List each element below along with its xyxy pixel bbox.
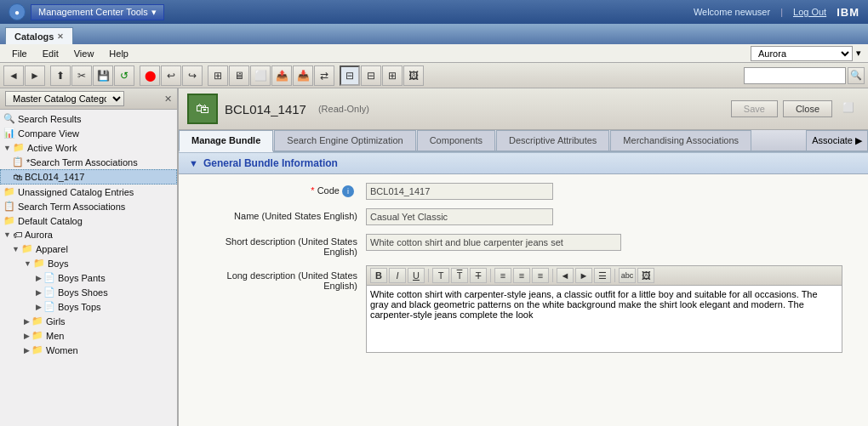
rte-toolbar: B I U T T T ≡ ≡ ≡ ◄	[366, 265, 842, 285]
rte-image-button[interactable]: 🖼	[637, 268, 654, 283]
search-term-assoc-icon: 📋	[3, 201, 15, 212]
tree-item-search-term-assoc[interactable]: 📋 Search Term Associations	[0, 199, 177, 213]
tree-item-search-term-assoc-active[interactable]: 📋 *Search Term Associations	[0, 155, 177, 169]
form-row-name: Name (United States English)	[196, 208, 851, 225]
tab-seo[interactable]: Search Engine Optimization	[274, 130, 415, 151]
app-logo: ●	[9, 3, 26, 20]
rte-italic-button[interactable]: I	[389, 268, 406, 283]
tree-item-active-work[interactable]: ▼ 📁 Active Work	[0, 140, 177, 155]
back-button[interactable]: ◄	[3, 65, 24, 86]
tab-overflow-button[interactable]: Associate ▶	[806, 130, 868, 151]
logout-link[interactable]: Log Out	[793, 7, 826, 17]
stop-button[interactable]: ⬤	[140, 65, 160, 86]
women-label: Women	[46, 345, 78, 355]
rte-sep2	[490, 269, 491, 282]
tree-item-boys-shoes[interactable]: ▶ 📄 Boys Shoes	[0, 285, 177, 299]
bcl014-icon: 🛍	[13, 172, 22, 182]
section-collapse-icon[interactable]: ▼	[189, 158, 198, 168]
rte-font-button[interactable]: T	[432, 268, 449, 283]
split-v-button[interactable]: ⊞	[382, 65, 403, 86]
rte-align-left-button[interactable]: ≡	[494, 268, 511, 283]
rte-font2-button[interactable]: T	[451, 268, 468, 283]
layout-button[interactable]: ⊟	[340, 65, 360, 86]
menu-help[interactable]: Help	[102, 47, 135, 60]
tree-item-apparel[interactable]: ▼ 📁 Apparel	[0, 241, 177, 256]
tree-item-girls[interactable]: ▶ 📁 Girls	[0, 314, 177, 328]
tab-components[interactable]: Components	[417, 130, 495, 151]
tree-item-boys-tops[interactable]: ▶ 📄 Boys Tops	[0, 299, 177, 314]
toolbar-search-button[interactable]: 🔍	[848, 67, 865, 84]
unassigned-icon: 📁	[3, 186, 15, 197]
default-catalog-label: Default Catalog	[18, 216, 83, 226]
tree-item-unassigned[interactable]: 📁 Unassigned Catalog Entries	[0, 185, 177, 199]
windows-button[interactable]: ⬜	[250, 65, 271, 86]
top-bar: ● Management Center Tools ▾ Welcome newu…	[0, 0, 868, 24]
monitor-button[interactable]: 🖥	[229, 65, 249, 86]
menu-edit[interactable]: Edit	[36, 47, 66, 60]
grid-button[interactable]: ⊞	[208, 65, 228, 86]
rte-indent-right-button[interactable]: ►	[575, 268, 592, 283]
rte-list-button[interactable]: ☰	[594, 268, 611, 283]
long-desc-textarea[interactable]: White cotton shirt with carpenter-style …	[366, 285, 842, 353]
tree-item-men[interactable]: ▶ 📁 Men	[0, 328, 177, 343]
tree-item-women[interactable]: ▶ 📁 Women	[0, 343, 177, 357]
rte-bold-button[interactable]: B	[370, 268, 387, 283]
boys-shoes-icon: 📄	[43, 287, 55, 298]
rte-font3-button[interactable]: T	[470, 268, 487, 283]
tree-item-aurora[interactable]: ▼ 🏷 Aurora	[0, 228, 177, 241]
top-bar-left: ● Management Center Tools ▾	[9, 3, 164, 20]
code-input[interactable]	[366, 183, 553, 200]
back2-button[interactable]: ↩	[161, 65, 181, 86]
export-button[interactable]: 📤	[271, 65, 292, 86]
arrows-button[interactable]: ⇄	[314, 65, 334, 86]
active-work-label: Active Work	[27, 143, 77, 153]
long-desc-label: Long description (United States English)	[196, 265, 366, 291]
menu-view[interactable]: View	[67, 47, 101, 60]
toolbar-search-input[interactable]	[744, 67, 846, 84]
tree-item-search-results[interactable]: 🔍 Search Results	[0, 111, 177, 126]
tree-item-default-catalog[interactable]: 📁 Default Catalog	[0, 213, 177, 228]
boys-tops-icon: 📄	[43, 301, 55, 312]
tab-merchandising-assoc[interactable]: Merchandising Associations	[610, 130, 751, 151]
welcome-text: Welcome newuser	[694, 7, 770, 17]
rte-indent-left-button[interactable]: ◄	[557, 268, 574, 283]
close-button[interactable]: Close	[783, 100, 832, 117]
image-button[interactable]: 🖼	[403, 65, 424, 86]
tree-item-boys[interactable]: ▼ 📁 Boys	[0, 256, 177, 270]
tab-manage-bundle[interactable]: Manage Bundle	[179, 130, 273, 152]
code-info-icon[interactable]: i	[342, 185, 354, 197]
app-title-button[interactable]: Management Center Tools ▾	[31, 4, 164, 20]
save-toolbar-button[interactable]: 💾	[93, 65, 113, 86]
rte-underline-button[interactable]: U	[408, 268, 425, 283]
refresh-button[interactable]: ↺	[114, 65, 134, 86]
form-area: * Code i Name (United States English)	[179, 174, 868, 372]
cut-button[interactable]: ✂	[71, 65, 92, 86]
rte-align-center-button[interactable]: ≡	[513, 268, 530, 283]
name-input[interactable]	[366, 208, 553, 225]
tree-item-bcl014[interactable]: 🛍 BCL014_1417	[0, 169, 177, 185]
forward2-button[interactable]: ↪	[182, 65, 203, 86]
menu-file[interactable]: File	[5, 47, 34, 60]
save-button[interactable]: Save	[731, 100, 778, 117]
tab-descriptive-attributes[interactable]: Descriptive Attributes	[496, 130, 609, 151]
split-h-button[interactable]: ⊟	[361, 65, 381, 86]
up-button[interactable]: ⬆	[50, 65, 71, 86]
code-label: * Code i	[196, 183, 366, 197]
store-select[interactable]: Aurora	[751, 46, 853, 61]
section-title: General Bundle Information	[203, 157, 338, 169]
tree-item-compare-view[interactable]: 📊 Compare View	[0, 126, 177, 140]
catalog-category-select[interactable]: Master Catalog Categories	[5, 91, 124, 106]
rte-spellcheck-button[interactable]: abc	[619, 268, 636, 283]
left-panel-close-icon[interactable]: ✕	[164, 94, 172, 105]
forward-button[interactable]: ►	[25, 65, 45, 86]
search-term-assoc-active-label: *Search Term Associations	[26, 157, 138, 168]
tree-item-boys-pants[interactable]: ▶ 📄 Boys Pants	[0, 270, 177, 285]
maximize-icon[interactable]: ⬜	[837, 100, 859, 117]
tab-catalogs-label: Catalogs	[14, 31, 54, 42]
import-button[interactable]: 📥	[293, 65, 313, 86]
rte-align-right-button[interactable]: ≡	[532, 268, 549, 283]
tab-catalogs-close-icon[interactable]: ✕	[57, 32, 64, 41]
left-panel: Master Catalog Categories ✕ 🔍 Search Res…	[0, 88, 179, 426]
short-desc-input[interactable]	[366, 234, 621, 251]
tab-catalogs[interactable]: Catalogs ✕	[5, 27, 73, 44]
